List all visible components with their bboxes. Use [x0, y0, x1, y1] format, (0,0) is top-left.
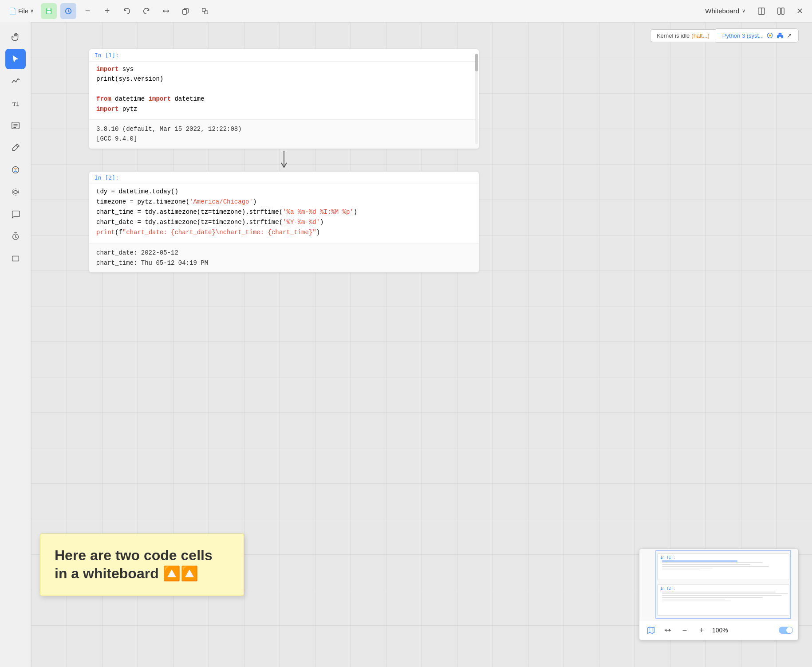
file-label: File	[18, 8, 28, 15]
minus-button[interactable]: −	[80, 3, 96, 19]
svg-rect-18	[781, 8, 784, 14]
whiteboard-menu[interactable]: Whiteboard ∨	[701, 5, 750, 16]
svg-rect-37	[12, 256, 19, 261]
note-icon	[11, 121, 20, 130]
zoom-out-button[interactable]: −	[678, 624, 691, 636]
sticky-note[interactable]: Here are two code cellsin a whiteboard 🔼…	[40, 534, 244, 596]
redo-button[interactable]	[138, 3, 154, 19]
zoom-in-button[interactable]: +	[695, 624, 708, 636]
svg-point-32	[17, 191, 19, 193]
cell-connector-arrow	[89, 149, 479, 171]
close-button[interactable]: ✕	[792, 4, 807, 18]
notebook-cell-1[interactable]: In [1]: import sys print(sys.version) fr…	[89, 49, 479, 149]
minus-icon: −	[85, 6, 91, 16]
titlebar: 📄 File ∨ − +	[0, 0, 812, 22]
layout-icon	[757, 7, 765, 15]
select-icon	[11, 54, 20, 64]
fit-to-screen-button[interactable]	[662, 624, 674, 636]
tool-hand[interactable]	[5, 27, 26, 47]
group-icon	[11, 187, 20, 197]
main-layout: T	[0, 22, 812, 667]
svg-marker-41	[648, 627, 654, 633]
tool-note[interactable]	[5, 115, 26, 136]
sync-icon	[766, 32, 773, 39]
jupyter-icon	[11, 165, 20, 175]
minimap: In [1]: In [2]:	[639, 549, 799, 640]
svg-rect-2	[47, 11, 51, 13]
timer-icon	[11, 231, 20, 241]
svg-point-29	[14, 190, 17, 193]
comment-icon	[11, 209, 20, 219]
svg-rect-1	[47, 8, 50, 10]
cell2-input[interactable]: tdy = datetime.today() timezone = pytz.t…	[89, 184, 479, 243]
sticky-note-text: Here are two code cellsin a whiteboard 🔼…	[55, 547, 213, 582]
svg-point-39	[769, 35, 771, 37]
undo-icon	[123, 7, 131, 15]
kernel-halt-button[interactable]: (halt...)	[691, 32, 709, 39]
tool-comment[interactable]	[5, 204, 26, 224]
tool-frame[interactable]	[5, 248, 26, 269]
whiteboard-chevron: ∨	[742, 8, 745, 14]
svg-text:T: T	[12, 101, 16, 107]
cell1-input[interactable]: import sys print(sys.version) from datet…	[89, 61, 479, 119]
toggle-thumb	[786, 627, 792, 633]
whiteboard-canvas[interactable]: Kernel is idle (halt...) Python 3 (syst.…	[31, 22, 812, 667]
tool-jupyter[interactable]	[5, 160, 26, 180]
svg-line-35	[16, 237, 17, 238]
zoom-out-icon: −	[682, 626, 687, 635]
expand-icon	[162, 7, 170, 15]
minimap-viewport	[655, 550, 791, 619]
undo-button[interactable]	[119, 3, 135, 19]
frame-icon	[11, 254, 20, 263]
svg-line-5	[68, 11, 70, 12]
down-arrow-icon	[279, 151, 289, 169]
cell1-scrollbar[interactable]	[475, 54, 478, 144]
file-icon: 📄	[9, 8, 16, 15]
plus-icon: +	[105, 6, 110, 16]
svg-point-28	[15, 169, 16, 171]
tool-pen[interactable]	[5, 137, 26, 158]
plus-button[interactable]: +	[99, 3, 115, 19]
copy-button[interactable]	[177, 3, 193, 19]
zoom-in-icon: +	[699, 626, 704, 635]
split-button[interactable]	[773, 3, 789, 19]
clock-button[interactable]	[60, 3, 76, 19]
tool-group[interactable]	[5, 182, 26, 202]
hand-icon	[11, 32, 20, 42]
minimap-preview: In [1]: In [2]:	[639, 549, 798, 620]
kernel-idle-label: Kernel is idle	[657, 32, 690, 39]
tool-chart[interactable]	[5, 71, 26, 91]
file-chevron: ∨	[30, 8, 34, 14]
save-button[interactable]	[41, 3, 57, 19]
expand-button[interactable]	[158, 3, 174, 19]
cells-container: In [1]: import sys print(sys.version) fr…	[89, 49, 479, 273]
pen-icon	[11, 143, 20, 153]
kernel-status: Kernel is idle (halt...)	[650, 29, 716, 42]
cell1-output: 3.8.10 (default, Mar 15 2022, 12:22:08) …	[89, 119, 479, 149]
tool-select[interactable]	[5, 49, 26, 69]
code-keyword: import	[96, 66, 118, 73]
layout-button[interactable]	[753, 3, 769, 19]
redo-icon	[142, 7, 150, 15]
minimap-map-button[interactable]	[645, 624, 657, 636]
duplicate-icon	[201, 7, 209, 15]
svg-line-26	[16, 145, 18, 148]
file-menu[interactable]: 📄 File ∨	[5, 6, 37, 16]
sidebar: T	[0, 22, 31, 667]
chart-icon	[11, 76, 20, 86]
cell2-output: chart_date: 2022-05-12 chart_time: Thu 0…	[89, 243, 479, 272]
minimap-toolbar: − + 100%	[639, 620, 798, 640]
text-icon: T	[11, 98, 20, 108]
fit-icon	[664, 626, 672, 634]
duplicate-button[interactable]	[197, 3, 213, 19]
open-external-icon[interactable]: ↗	[787, 32, 792, 39]
notebook-cell-2[interactable]: In [2]: tdy = datetime.today() timezone …	[89, 171, 479, 273]
close-icon: ✕	[796, 6, 803, 16]
minimap-toggle[interactable]	[779, 627, 793, 634]
zoom-level: 100%	[712, 627, 728, 634]
cell2-header: In [2]:	[89, 172, 479, 184]
kernel-python[interactable]: Python 3 (syst... ↗	[716, 28, 799, 43]
tool-text[interactable]: T	[5, 93, 26, 114]
python-icon	[776, 31, 784, 39]
tool-timer[interactable]	[5, 226, 26, 247]
